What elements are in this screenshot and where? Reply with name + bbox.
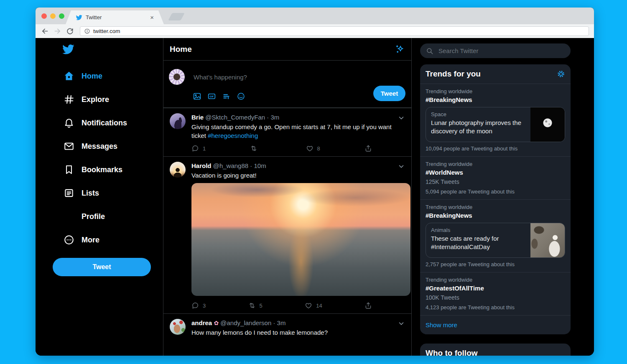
trend-news-card[interactable]: Animals These cats are ready for #Intern… xyxy=(426,223,565,258)
trend-context: Trending worldwide xyxy=(426,88,565,94)
cat-photo xyxy=(530,223,565,257)
like-count: 14 xyxy=(316,303,322,309)
trend-tag[interactable]: #BreakingNews xyxy=(426,96,565,103)
reply-button[interactable]: 1 xyxy=(191,145,206,152)
settings-gear-icon[interactable] xyxy=(557,70,565,78)
tweet-harold[interactable]: Harold @h_wang88 · 10m Vacation is going… xyxy=(163,157,411,314)
new-tab-button[interactable] xyxy=(168,13,185,20)
url-bar[interactable]: twitter.com xyxy=(80,26,589,36)
tweet-text: Giving standup comedy a go. Open mic sta… xyxy=(191,122,405,140)
sidebar-item-messages[interactable]: Messages xyxy=(36,135,163,158)
sidebar-item-label: More xyxy=(82,236,99,244)
sidebar-item-home[interactable]: Home xyxy=(36,64,163,88)
image-icon[interactable] xyxy=(193,92,201,101)
sparkle-icon[interactable] xyxy=(395,44,405,54)
sidebar-item-label: Lists xyxy=(82,189,99,198)
tweet-author[interactable]: andrea xyxy=(191,319,212,326)
browser-tab[interactable]: Twitter × xyxy=(66,10,164,24)
retweet-button[interactable]: 5 xyxy=(248,302,263,309)
trend-item[interactable]: Trending worldwide #BreakingNews Space L… xyxy=(420,84,571,156)
trend-context: Trending worldwide xyxy=(426,204,565,210)
share-button[interactable] xyxy=(364,302,372,309)
sidebar-item-lists[interactable]: Lists xyxy=(36,181,163,205)
trend-tag[interactable]: #WorldNews xyxy=(426,169,565,176)
share-button[interactable] xyxy=(364,145,372,152)
search-input[interactable] xyxy=(438,47,565,55)
trend-card-headline: These cats are ready for #InternationalC… xyxy=(431,234,525,251)
search-icon xyxy=(426,47,433,55)
trend-item[interactable]: Trending worldwide #GreatestOfAllTime 10… xyxy=(420,272,571,315)
forward-icon[interactable] xyxy=(53,27,61,36)
search-bar[interactable] xyxy=(420,43,571,58)
zoom-window-button[interactable] xyxy=(59,13,64,19)
info-icon[interactable] xyxy=(84,28,90,34)
close-window-button[interactable] xyxy=(41,13,47,19)
avatar[interactable] xyxy=(170,113,186,129)
trend-card-category: Space xyxy=(431,111,525,117)
back-icon[interactable] xyxy=(41,27,49,36)
home-icon xyxy=(64,71,74,81)
sidebar-item-profile[interactable]: Profile xyxy=(36,205,163,228)
gif-icon[interactable]: GIF xyxy=(207,92,216,101)
share-icon xyxy=(364,302,372,309)
sidebar-item-explore[interactable]: Explore xyxy=(36,88,163,111)
tweet-author[interactable]: Harold xyxy=(191,162,212,169)
twitter-bird-icon[interactable] xyxy=(62,43,74,56)
trend-item[interactable]: Trending worldwide #WorldNews 125K Tweet… xyxy=(420,157,571,199)
reply-button[interactable]: 3 xyxy=(191,302,206,309)
sidebar-item-bookmarks[interactable]: Bookmarks xyxy=(36,158,163,181)
minimize-window-button[interactable] xyxy=(50,13,56,19)
trend-tag[interactable]: #BreakingNews xyxy=(426,212,565,219)
composer-input[interactable] xyxy=(193,73,360,81)
tweet-meta: @andy_landerson · 3m xyxy=(220,319,285,326)
tweet-meta: @Sktch_ComedyFan · 3m xyxy=(205,114,279,121)
tweet-author[interactable]: Brie xyxy=(191,114,204,121)
retweet-icon xyxy=(250,145,257,152)
tweet-button[interactable]: Tweet xyxy=(53,258,151,276)
url-text: twitter.com xyxy=(93,28,120,34)
sidebar-item-label: Explore xyxy=(82,95,109,104)
avatar[interactable] xyxy=(169,69,185,85)
profile-avatar xyxy=(64,211,74,222)
chevron-down-icon[interactable] xyxy=(398,320,405,327)
refresh-icon[interactable] xyxy=(66,27,74,36)
avatar[interactable] xyxy=(170,319,186,335)
right-sidebar: Trends for you Trending worldwide #Break… xyxy=(420,38,571,356)
hashtag-link[interactable]: #heregoesnothing xyxy=(208,132,258,139)
show-more-link[interactable]: Show more xyxy=(420,316,571,334)
tweet-andrea[interactable]: andrea ✿ @andy_landerson · 3m How many l… xyxy=(163,314,411,341)
composer-tweet-button[interactable]: Tweet xyxy=(373,86,405,101)
retweet-button[interactable] xyxy=(250,145,261,152)
sidebar-item-label: Messages xyxy=(82,142,117,151)
page-title: Home xyxy=(170,45,192,54)
timeline: Home GIF xyxy=(163,38,412,356)
like-count: 8 xyxy=(317,145,320,152)
sidebar-item-more[interactable]: More xyxy=(36,228,163,252)
trend-tag[interactable]: #GreatestOfAllTime xyxy=(426,285,565,292)
lists-icon xyxy=(64,188,74,199)
bookmarks-icon xyxy=(64,164,74,175)
tweet-brie[interactable]: Brie @Sktch_ComedyFan · 3m Giving standu… xyxy=(163,108,411,157)
reply-icon xyxy=(191,302,199,309)
poll-icon[interactable] xyxy=(222,92,231,101)
reply-count: 3 xyxy=(203,303,206,309)
sunset-photo[interactable] xyxy=(191,183,410,296)
like-button[interactable]: 8 xyxy=(306,145,320,152)
trend-news-card[interactable]: Space Lunar photography improves the dis… xyxy=(426,107,565,142)
chevron-down-icon[interactable] xyxy=(398,163,405,170)
chevron-down-icon[interactable] xyxy=(398,114,405,122)
sidebar-item-label: Bookmarks xyxy=(82,165,122,174)
like-icon xyxy=(306,145,314,152)
sidebar-item-label: Home xyxy=(82,72,102,81)
tweet-text: How many lemons do I need to make lemona… xyxy=(191,328,405,337)
browser-toolbar: twitter.com xyxy=(36,24,594,38)
trend-tweet-count: 125K Tweets xyxy=(426,178,565,185)
like-button[interactable]: 14 xyxy=(305,302,322,309)
trends-panel: Trends for you Trending worldwide #Break… xyxy=(420,64,571,334)
tab-title: Twitter xyxy=(86,14,147,20)
sidebar-item-notifications[interactable]: Notifications xyxy=(36,111,163,135)
avatar[interactable] xyxy=(170,162,186,178)
trend-item[interactable]: Trending worldwide #BreakingNews Animals… xyxy=(420,200,571,272)
close-icon[interactable]: × xyxy=(150,14,154,20)
emoji-icon[interactable] xyxy=(237,92,245,101)
